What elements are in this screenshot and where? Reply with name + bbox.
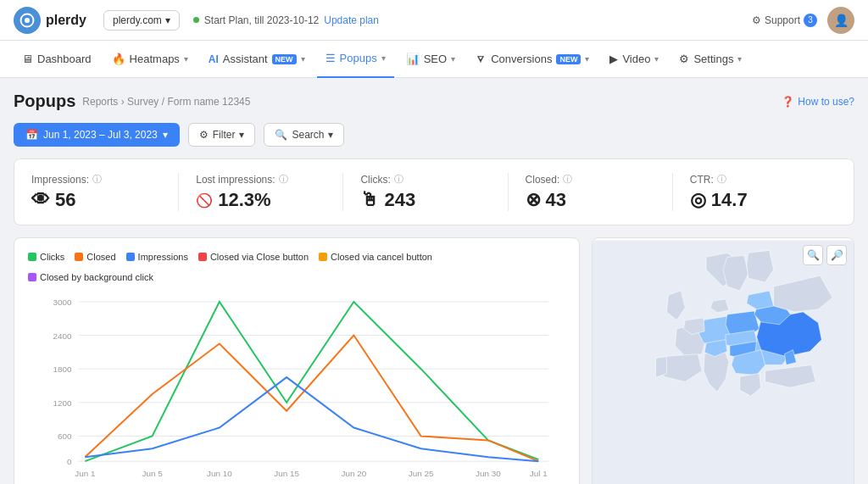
svg-text:1800: 1800 [53, 364, 72, 374]
zoom-in-button[interactable]: 🔍 [803, 245, 823, 265]
legend-dot-close-button [198, 253, 207, 261]
nav-item-popups[interactable]: ☰ Popups ▾ [317, 41, 394, 78]
new-badge-conversions: NEW [556, 54, 581, 64]
main-grid: Clicks Closed Impressions Closed via Clo… [14, 237, 854, 484]
plan-text: Start Plan, till 2023-10-12 [204, 14, 319, 26]
how-to-use-text: How to use? [798, 96, 854, 108]
domain-selector[interactable]: plerdy.com ▾ [103, 10, 180, 31]
chevron-down-icon: ▾ [654, 54, 659, 64]
nav-label-assistant: Assistant [223, 53, 268, 65]
nav-label-dashboard: Dashboard [37, 53, 92, 65]
filter-bar: 📅 Jun 1, 2023 – Jul 3, 2023 ▾ ⚙ Filter ▾… [14, 123, 854, 147]
line-chart: 3000 2400 1800 1200 600 0 Jun 1 Jun 5 Ju… [28, 292, 565, 479]
metrics-bar: Impressions: ⓘ 👁 56 Lost impressions: ⓘ … [14, 159, 854, 225]
logo-icon [14, 7, 41, 34]
svg-text:1200: 1200 [53, 398, 72, 408]
metric-label-clicks: Clicks: ⓘ [360, 173, 490, 186]
zoom-out-button[interactable]: 🔎 [826, 245, 847, 265]
topbar-right: ⚙ Support 3 👤 [752, 7, 854, 34]
nav-item-settings[interactable]: ⚙ Settings ▾ [670, 41, 750, 78]
nav-item-heatmaps[interactable]: 🔥 Heatmaps ▾ [103, 41, 197, 78]
info-icon[interactable]: ⓘ [279, 173, 288, 186]
nav-item-dashboard[interactable]: 🖥 Dashboard [14, 41, 100, 78]
metric-lost-impressions: Lost impressions: ⓘ 🚫 12.3% [179, 173, 343, 211]
search-label: Search [292, 129, 324, 141]
chevron-down-icon: ▾ [328, 129, 333, 141]
map-svg [593, 238, 854, 484]
topbar: plerdy plerdy.com ▾ Start Plan, till 202… [0, 0, 868, 41]
nav-label-heatmaps: Heatmaps [130, 53, 180, 65]
plan-info: Start Plan, till 2023-10-12 Update plan [193, 14, 379, 26]
play-icon: ▶ [609, 53, 618, 65]
support-button[interactable]: ⚙ Support 3 [752, 14, 817, 27]
funnel-icon: ⛛ [476, 53, 487, 65]
legend-dot-background [28, 273, 36, 281]
info-icon[interactable]: ⓘ [563, 173, 572, 186]
page-title-area: Popups Reports › Survey / Form name 1234… [14, 92, 250, 111]
monitor-icon: 🖥 [22, 53, 33, 65]
gear-icon: ⚙ [679, 53, 689, 65]
legend-label-background: Closed by background click [40, 272, 153, 282]
info-icon[interactable]: ⓘ [394, 173, 403, 186]
nav-item-conversions[interactable]: ⛛ Conversions NEW ▾ [467, 41, 598, 78]
svg-text:Jun 15: Jun 15 [274, 469, 299, 478]
svg-text:Jun 30: Jun 30 [476, 469, 501, 478]
metric-value-ctr: ◎ 14.7 [690, 189, 820, 211]
legend-item-clicks: Clicks [28, 252, 64, 262]
user-avatar[interactable]: 👤 [827, 7, 854, 34]
nav-label-conversions: Conversions [491, 53, 552, 65]
svg-text:Jun 5: Jun 5 [142, 469, 164, 478]
update-plan-link[interactable]: Update plan [324, 14, 379, 26]
page-title: Popups [14, 92, 75, 111]
nav-item-seo[interactable]: 📊 SEO ▾ [398, 41, 464, 78]
plan-status-dot [193, 17, 199, 23]
logo-text: plerdy [46, 13, 86, 28]
how-to-use-link[interactable]: ❓ How to use? [782, 96, 854, 108]
legend-item-impressions: Impressions [126, 252, 188, 262]
svg-text:Jun 25: Jun 25 [409, 469, 434, 478]
info-icon[interactable]: ⓘ [717, 173, 726, 186]
nav-item-assistant[interactable]: AI Assistant NEW ▾ [200, 41, 314, 78]
clicks-icon: 🖱 [360, 189, 379, 211]
date-range-button[interactable]: 📅 Jun 1, 2023 – Jul 3, 2023 ▾ [14, 123, 180, 147]
question-icon: ❓ [782, 96, 794, 108]
new-badge-assistant: NEW [272, 54, 297, 64]
page-header: Popups Reports › Survey / Form name 1234… [14, 92, 854, 111]
ai-icon: AI [209, 53, 219, 65]
legend-item-closed: Closed [75, 252, 115, 262]
svg-text:Jun 1: Jun 1 [75, 469, 96, 478]
metric-impressions: Impressions: ⓘ 👁 56 [31, 173, 179, 211]
info-icon[interactable]: ⓘ [92, 173, 102, 186]
legend-dot-cancel [319, 253, 327, 261]
chevron-down-icon: ▾ [381, 53, 386, 63]
chevron-down-icon: ▾ [239, 129, 244, 141]
svg-text:2400: 2400 [53, 331, 72, 341]
ctr-icon: ◎ [690, 189, 706, 211]
chevron-down-icon: ▾ [301, 54, 305, 64]
metric-clicks: Clicks: ⓘ 🖱 243 [343, 173, 508, 211]
nav-label-seo: SEO [424, 53, 447, 65]
breadcrumb: Reports › Survey / Form name 12345 [82, 96, 250, 108]
domain-text: plerdy.com [113, 14, 162, 26]
nav-label-settings: Settings [693, 53, 733, 65]
chevron-down-icon: ▾ [165, 14, 170, 26]
legend-label-closed: Closed [86, 252, 115, 262]
flame-icon: 🔥 [112, 53, 125, 65]
filter-button[interactable]: ⚙ Filter ▾ [188, 123, 256, 147]
metric-value-lost: 🚫 12.3% [196, 189, 326, 211]
filter-icon: ⚙ [199, 129, 209, 141]
metric-closed: Closed: ⓘ ⊗ 43 [509, 173, 673, 211]
legend-label-clicks: Clicks [40, 252, 64, 262]
chevron-down-icon: ▾ [737, 54, 742, 64]
nav-label-popups: Popups [340, 52, 377, 64]
legend-dot-clicks [28, 253, 36, 261]
popup-icon: ☰ [326, 52, 336, 64]
search-button[interactable]: 🔍 Search ▾ [264, 123, 344, 147]
metric-value-closed: ⊗ 43 [526, 189, 655, 211]
filter-label: Filter [213, 129, 236, 141]
search-icon: 🔍 [275, 129, 287, 141]
legend-label-impressions: Impressions [138, 252, 188, 262]
nav-item-video[interactable]: ▶ Video ▾ [601, 41, 667, 78]
nav-label-video: Video [622, 53, 650, 65]
map-zoom-controls: 🔍 🔎 [803, 245, 847, 265]
